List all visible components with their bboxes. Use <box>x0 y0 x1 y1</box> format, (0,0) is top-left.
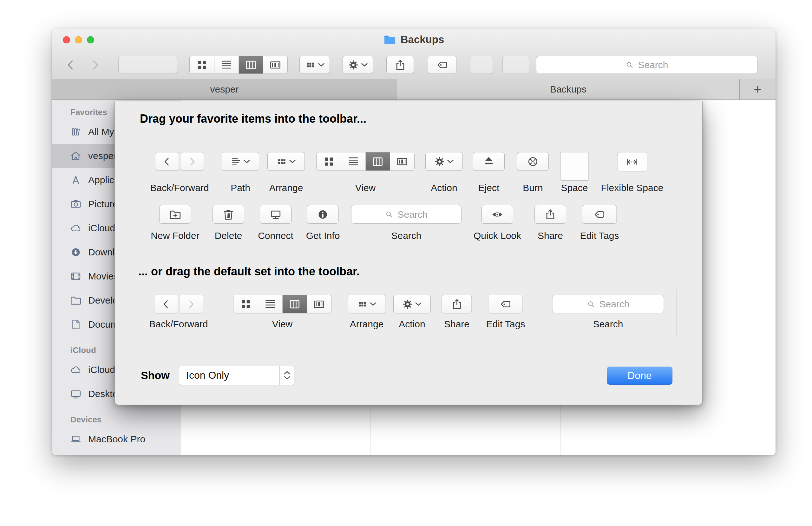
view-columns-segment[interactable] <box>238 56 263 74</box>
arrange-button <box>267 152 305 171</box>
search-field: Search <box>552 295 664 313</box>
show-label: Show <box>141 369 170 381</box>
toolbar-space-placeholder[interactable] <box>118 56 177 74</box>
burn-icon <box>526 155 539 168</box>
edit-tags-button <box>488 295 523 313</box>
default-item-arrange: Arrange <box>348 295 386 330</box>
view-columns-segment <box>365 152 390 170</box>
tab-vesper[interactable]: vesper <box>52 79 397 100</box>
folder-icon <box>70 295 82 306</box>
action-button[interactable] <box>343 56 373 74</box>
share-icon <box>450 298 463 311</box>
share-icon <box>544 208 557 221</box>
chevron-down-icon <box>243 160 250 164</box>
laptop-icon <box>70 433 82 445</box>
path-icon <box>231 156 241 167</box>
search-icon <box>385 210 394 219</box>
chevron-right-icon <box>186 299 197 310</box>
palette-item-edit-tags[interactable]: Edit Tags <box>580 205 619 241</box>
palette-item-action[interactable]: Action <box>425 152 463 193</box>
new-tab-button[interactable]: + <box>739 79 775 100</box>
tab-bar: vesper Backups + <box>52 79 775 100</box>
view-list-segment[interactable] <box>214 56 238 74</box>
palette-item-arrange[interactable]: Arrange <box>267 152 305 193</box>
close-button[interactable] <box>63 36 70 43</box>
search-field[interactable]: Search <box>536 56 757 74</box>
search-icon <box>586 300 595 309</box>
document-icon <box>70 318 82 330</box>
tab-backups[interactable]: Backups <box>397 79 739 100</box>
back-button <box>155 152 179 171</box>
toolbar-space-placeholder[interactable] <box>470 56 493 74</box>
zoom-button[interactable] <box>87 36 94 43</box>
gear-icon <box>434 156 445 167</box>
view-icon-segment[interactable] <box>190 56 214 74</box>
window-title: Backups <box>383 34 444 46</box>
house-icon <box>70 150 82 162</box>
palette-item-path[interactable]: Path <box>222 152 259 193</box>
palette-item-connect[interactable]: Connect <box>258 205 293 241</box>
share-button <box>535 205 566 224</box>
cloud-icon <box>70 222 82 234</box>
default-item-back-forward: Back/Forward <box>149 295 208 330</box>
default-item-share: Share <box>442 295 472 330</box>
chevron-down-icon <box>289 160 296 164</box>
default-item-edit-tags: Edit Tags <box>486 295 525 330</box>
arrange-button[interactable] <box>300 56 330 74</box>
palette-item-new-folder[interactable]: New Folder <box>151 205 199 241</box>
delete-button <box>213 205 244 224</box>
palette-item-back-forward[interactable]: Back/Forward <box>150 152 209 193</box>
quick-look-button <box>481 205 513 224</box>
show-popup-button[interactable]: Icon Only <box>179 366 294 385</box>
back-button[interactable] <box>64 59 77 71</box>
chevron-down-icon <box>284 376 291 380</box>
new-folder-icon <box>169 208 182 221</box>
palette-item-view[interactable]: View <box>316 152 415 193</box>
palette-item-burn[interactable]: Burn <box>517 152 549 193</box>
palette-item-eject[interactable]: Eject <box>473 152 505 193</box>
chevron-down-icon <box>361 63 368 67</box>
done-button[interactable]: Done <box>607 366 672 385</box>
default-toolbar-set[interactable]: Back/Forward View Arrange <box>142 289 677 337</box>
palette-item-space[interactable]: Space <box>561 152 589 193</box>
eye-icon <box>491 208 504 221</box>
palette-item-get-info[interactable]: Get Info <box>306 205 340 241</box>
arrange-button <box>348 295 386 313</box>
applications-icon <box>70 174 82 186</box>
view-list-segment <box>341 152 365 170</box>
sheet-heading-favorites: Drag your favorite items into the toolba… <box>140 112 366 125</box>
new-folder-button <box>159 205 191 224</box>
default-item-action: Action <box>393 295 431 330</box>
view-coverflow-segment[interactable] <box>263 56 287 74</box>
eject-icon <box>482 155 495 168</box>
tags-button[interactable] <box>428 56 456 74</box>
palette-item-flexible-space[interactable]: Flexible Space <box>601 152 664 193</box>
desktop-icon <box>70 388 82 400</box>
share-button[interactable] <box>386 56 414 74</box>
window-title-text: Backups <box>401 34 444 46</box>
palette-item-quick-look[interactable]: Quick Look <box>474 205 521 241</box>
palette-item-share[interactable]: Share <box>535 205 566 241</box>
forward-button <box>180 152 204 171</box>
chevron-left-icon <box>162 156 173 167</box>
palette-item-search[interactable]: Search Search <box>351 205 462 241</box>
action-button <box>393 295 431 313</box>
tag-icon <box>593 208 606 221</box>
view-icon-segment <box>233 295 258 313</box>
toolbar-space-placeholder[interactable] <box>503 56 529 74</box>
sidebar-item-macbook-pro[interactable]: MacBook Pro <box>52 427 181 451</box>
view-coverflow-segment <box>390 152 414 170</box>
view-icon-segment <box>317 152 341 170</box>
palette-item-delete[interactable]: Delete <box>213 205 244 241</box>
chevron-down-icon <box>318 63 325 67</box>
flexible-space-icon <box>625 155 639 169</box>
forward-button[interactable] <box>89 59 102 71</box>
film-icon <box>70 270 82 282</box>
popup-stepper <box>279 366 294 385</box>
chevron-down-icon <box>369 302 377 306</box>
books-icon <box>70 126 82 138</box>
default-item-search: Search Search <box>552 295 664 330</box>
minimize-button[interactable] <box>75 36 82 43</box>
trash-icon <box>222 208 235 221</box>
path-button <box>222 152 259 171</box>
